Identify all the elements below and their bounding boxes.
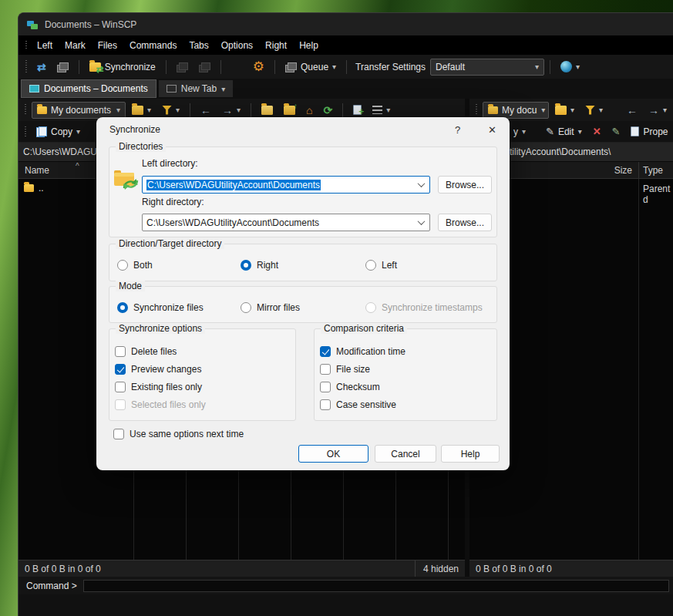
checkbox-preview-changes-label: Preview changes <box>131 364 201 375</box>
right-forward-button[interactable]: → ▾ <box>644 103 671 118</box>
back-arrow-icon: ← <box>627 105 638 116</box>
cancel-button[interactable]: Cancel <box>375 445 436 463</box>
chevron-down-icon[interactable] <box>412 220 429 225</box>
toolbar-separator <box>346 60 347 74</box>
right-back-button[interactable]: ← <box>622 103 642 118</box>
checkbox-use-same-options[interactable]: Use same options next time <box>113 429 244 439</box>
chevron-down-icon[interactable] <box>412 182 429 187</box>
dialog-close-button[interactable]: ✕ <box>475 117 510 142</box>
menu-options[interactable]: Options <box>215 38 259 53</box>
browse-right-button[interactable]: Browse... <box>438 214 492 231</box>
sync-folder-icon: ⇄ <box>89 62 101 72</box>
left-filter-button[interactable]: ▾ <box>157 103 184 117</box>
toolbar-grip[interactable] <box>476 104 477 116</box>
list-item[interactable]: .. <box>24 183 44 194</box>
right-filter-button[interactable]: ▾ <box>580 103 607 117</box>
menubar-grip[interactable] <box>25 41 27 49</box>
menu-left[interactable]: Left <box>31 38 59 53</box>
commander-view-button[interactable] <box>194 60 215 74</box>
ok-button[interactable]: OK <box>298 445 368 463</box>
right-rename-button[interactable]: ✎ <box>607 124 625 139</box>
toolbar-separator <box>550 60 550 74</box>
radio-right[interactable]: Right <box>241 260 278 271</box>
left-directory-combo[interactable]: C:\Users\WDAGUtilityAccount\Documents <box>142 176 430 194</box>
dialog-context-help-button[interactable]: ? <box>440 117 475 142</box>
name-column-header[interactable]: Name <box>19 165 49 176</box>
chevron-down-icon: ▾ <box>76 127 80 136</box>
checkbox-icon <box>320 399 331 410</box>
left-back-button[interactable]: ← <box>196 103 216 118</box>
checkbox-modification-time-label: Modification time <box>336 346 405 357</box>
checkbox-checksum[interactable]: Checksum <box>320 382 380 392</box>
checkbox-modification-time[interactable]: Modification time <box>320 346 405 357</box>
winscp-logo-icon <box>26 19 39 31</box>
dual-panel-button[interactable] <box>52 60 73 74</box>
type-column-header[interactable]: Type <box>639 165 663 176</box>
left-view-style-button[interactable]: ▾ <box>368 103 395 116</box>
properties-icon <box>631 126 639 136</box>
synchronize-options-group: Synchronize options Delete files Preview… <box>109 328 296 421</box>
left-location-combo[interactable]: My documents ▾ <box>32 102 126 119</box>
toolbar-grip[interactable] <box>25 126 26 136</box>
right-directory-combo[interactable]: C:\Users\WDAGUtilityAccount\Documents <box>142 214 430 231</box>
radio-both[interactable]: Both <box>117 260 153 271</box>
dialog-title-bar[interactable]: Synchronize ? ✕ <box>96 117 510 142</box>
left-open-directory-button[interactable]: ▾ <box>127 103 156 117</box>
transfer-settings-combo[interactable]: Default ▾ <box>430 59 544 76</box>
checkbox-use-same-options-label: Use same options next time <box>130 429 244 439</box>
toolbar-grip[interactable] <box>25 60 27 73</box>
browse-left-button[interactable]: Browse... <box>438 176 492 194</box>
checkbox-delete-files[interactable]: Delete files <box>115 346 177 357</box>
radio-left[interactable]: Left <box>365 260 397 271</box>
right-open-directory-button[interactable]: ▾ <box>550 103 579 117</box>
left-open-folder-button[interactable] <box>257 103 278 117</box>
radio-mirror-files[interactable]: Mirror files <box>241 302 300 313</box>
right-location-combo[interactable]: My docu ▾ <box>483 102 549 119</box>
window-bottom-strip <box>19 594 673 616</box>
radio-synchronize-files[interactable]: Synchronize files <box>117 302 204 313</box>
globe-icon <box>560 61 572 72</box>
synchronize-dialog: Synchronize ? ✕ Directories Left directo… <box>96 117 510 470</box>
chevron-down-icon: ▾ <box>176 106 180 114</box>
menu-right[interactable]: Right <box>259 38 293 53</box>
menu-help[interactable]: Help <box>293 38 325 53</box>
checkbox-selected-files-only-label: Selected files only <box>131 399 206 410</box>
left-home-button[interactable]: ⌂ <box>301 103 317 118</box>
left-forward-button[interactable]: → ▾ <box>217 103 245 118</box>
menu-mark[interactable]: Mark <box>59 38 92 53</box>
radio-icon <box>117 260 128 271</box>
right-edit-button[interactable]: ✎ Edit ▾ <box>541 124 587 140</box>
left-parent-directory-button[interactable]: ↑ <box>279 103 300 117</box>
compare-directories-button[interactable] <box>172 60 193 74</box>
toolbar-separator <box>166 60 167 74</box>
preferences-button[interactable]: ⚙ <box>248 58 269 76</box>
queue-button[interactable]: Queue ▾ <box>281 59 341 75</box>
command-input[interactable] <box>83 580 669 592</box>
title-bar[interactable]: Documents – WinSCP <box>19 13 673 35</box>
session-globe-button[interactable]: ▾ <box>556 59 584 75</box>
checkbox-existing-files-only[interactable]: Existing files only <box>115 382 202 392</box>
toolbar-grip[interactable] <box>25 104 26 116</box>
menu-tabs[interactable]: Tabs <box>183 38 214 53</box>
swap-panels-button[interactable]: ⇄ <box>32 59 51 75</box>
help-button[interactable]: Help <box>441 445 500 463</box>
tab-documents-documents[interactable]: Documents – Documents <box>22 80 156 97</box>
checkbox-file-size[interactable]: File size <box>320 364 370 375</box>
toolbar-separator <box>342 103 343 117</box>
menu-commands[interactable]: Commands <box>123 38 183 53</box>
checkbox-case-sensitive[interactable]: Case sensitive <box>320 399 396 410</box>
left-new-button[interactable]: + <box>348 103 366 117</box>
folder-icon <box>555 106 567 115</box>
radio-selected-icon <box>117 302 128 313</box>
synchronize-button[interactable]: ⇄ Synchronize <box>85 59 160 75</box>
right-delete-button[interactable]: ✕ <box>588 124 606 139</box>
right-copy-button[interactable]: y ▾ <box>509 124 530 140</box>
left-copy-button[interactable]: Copy ▾ <box>32 124 85 140</box>
right-properties-button[interactable]: Prope <box>626 124 672 140</box>
left-refresh-button[interactable]: ⟳ <box>319 103 338 118</box>
comparison-criteria-group: Comparison criteria Modification time Fi… <box>314 328 497 421</box>
new-tab-button[interactable]: New Tab ▾ <box>159 80 234 97</box>
checkbox-preview-changes[interactable]: Preview changes <box>115 364 201 375</box>
menu-files[interactable]: Files <box>92 38 123 53</box>
chevron-down-icon: ▾ <box>663 106 667 114</box>
